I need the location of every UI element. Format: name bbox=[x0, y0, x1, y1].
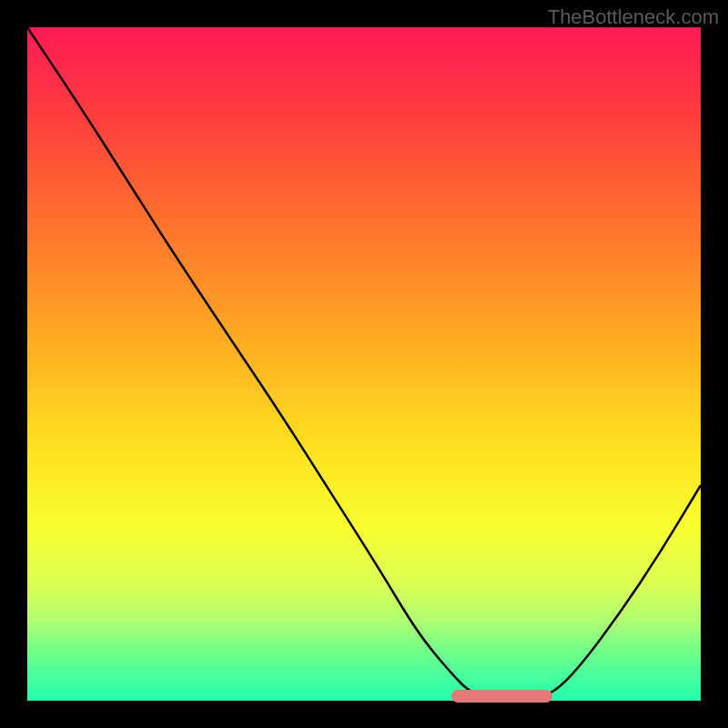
watermark-text: TheBottleneck.com bbox=[548, 5, 719, 29]
optimal-range-band bbox=[451, 690, 552, 703]
curve-svg bbox=[27, 27, 701, 701]
chart-plot-area bbox=[27, 27, 701, 701]
bottleneck-curve-path bbox=[27, 27, 701, 701]
